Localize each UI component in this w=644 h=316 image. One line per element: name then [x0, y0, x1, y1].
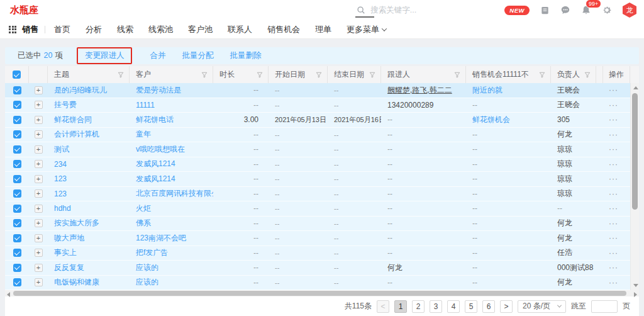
row-more-actions-button[interactable]: ···: [609, 174, 618, 183]
bulk-action-1[interactable]: 合并: [150, 50, 165, 61]
expand-row-button[interactable]: +: [35, 175, 43, 183]
page-button-1[interactable]: 1: [394, 300, 407, 313]
nav-tab-4[interactable]: 客户池: [188, 24, 213, 35]
scroll-left-arrow-icon[interactable]: [7, 292, 10, 297]
table-row: +123发威风1214----------琼琼···: [5, 172, 630, 187]
nav-tab-7[interactable]: 理单: [315, 24, 331, 35]
filter-icon[interactable]: [539, 72, 545, 78]
scroll-right-arrow-icon[interactable]: [634, 292, 637, 297]
customer-cell: 佛系: [130, 217, 213, 231]
expand-row-button[interactable]: +: [35, 189, 43, 198]
expand-row-button[interactable]: +: [35, 249, 43, 257]
chevron-down-icon: [382, 26, 387, 31]
expand-row-button[interactable]: +: [35, 160, 43, 168]
row-checkbox[interactable]: [13, 116, 21, 124]
next-page-button[interactable]: >: [500, 300, 513, 313]
horizontal-scroll-thumb[interactable]: [13, 291, 626, 296]
prev-page-button[interactable]: <: [377, 300, 389, 313]
vertical-scrollbar[interactable]: [630, 83, 639, 290]
row-more-actions-button[interactable]: ···: [609, 115, 618, 124]
expand-row-button[interactable]: +: [35, 205, 43, 213]
module-label[interactable]: 销售: [22, 24, 38, 35]
expand-row-button[interactable]: +: [35, 145, 43, 154]
row-checkbox[interactable]: [13, 219, 21, 227]
filter-icon[interactable]: [316, 72, 322, 78]
page-size-select[interactable]: 20 条/页: [518, 300, 566, 313]
global-search[interactable]: [357, 6, 504, 14]
select-all-checkbox[interactable]: [13, 71, 21, 79]
row-more-actions-button[interactable]: ···: [609, 234, 618, 242]
page-button-3[interactable]: 3: [430, 300, 442, 313]
expand-row-button[interactable]: +: [35, 116, 43, 124]
filter-icon[interactable]: [118, 72, 124, 78]
filter-icon[interactable]: [454, 72, 460, 78]
nav-more-menu[interactable]: 更多菜单: [347, 24, 386, 35]
row-expand-cell: +: [29, 83, 48, 98]
chat-icon[interactable]: [560, 5, 570, 15]
row-select-cell: [5, 172, 29, 186]
settings-gear-icon[interactable]: [602, 5, 612, 15]
row-more-actions-button[interactable]: ···: [609, 130, 618, 139]
bulk-action-3[interactable]: 批量删除: [230, 50, 261, 61]
page-button-2[interactable]: 2: [412, 300, 425, 313]
page-button-5[interactable]: 5: [465, 300, 477, 313]
row-checkbox[interactable]: [13, 101, 21, 109]
page-button-6[interactable]: 6: [482, 300, 495, 313]
row-checkbox[interactable]: [13, 264, 21, 272]
expand-row-button[interactable]: +: [35, 86, 43, 94]
horizontal-scrollbar[interactable]: [5, 290, 639, 296]
scroll-down-arrow-icon[interactable]: [633, 284, 638, 287]
expand-row-button[interactable]: +: [35, 130, 43, 138]
duration-cell: --: [213, 83, 269, 98]
filter-icon[interactable]: [584, 72, 591, 78]
row-checkbox[interactable]: [13, 86, 21, 94]
jump-page-input[interactable]: [591, 300, 618, 313]
opportunity-cell: --: [466, 217, 551, 231]
row-checkbox[interactable]: [13, 189, 21, 198]
row-checkbox[interactable]: [13, 205, 21, 213]
expand-row-button[interactable]: +: [35, 219, 43, 227]
bulk-action-2[interactable]: 批量分配: [182, 50, 213, 61]
nav-tab-0[interactable]: 首页: [54, 24, 70, 35]
row-more-actions-button[interactable]: ···: [609, 145, 618, 154]
header-label: 时长: [219, 69, 235, 80]
row-more-actions-button[interactable]: ···: [609, 204, 618, 213]
row-checkbox[interactable]: [13, 145, 21, 154]
nav-tab-2[interactable]: 线索: [117, 24, 133, 35]
row-more-actions-button[interactable]: ···: [609, 189, 618, 198]
scroll-up-arrow-icon[interactable]: [633, 86, 638, 89]
row-checkbox[interactable]: [13, 234, 21, 242]
row-more-actions-button[interactable]: ···: [609, 86, 618, 94]
row-checkbox[interactable]: [13, 175, 21, 183]
search-input[interactable]: [370, 6, 471, 14]
row-more-actions-button[interactable]: ···: [609, 249, 618, 257]
row-more-actions-button[interactable]: ···: [609, 160, 618, 169]
page-button-4[interactable]: 4: [447, 300, 460, 313]
bulk-action-0[interactable]: 变更跟进人: [77, 47, 133, 64]
notifications-bell-icon[interactable]: 99+: [581, 5, 591, 15]
filter-icon[interactable]: [257, 72, 263, 78]
expand-row-button[interactable]: +: [35, 278, 43, 286]
row-checkbox[interactable]: [13, 160, 21, 168]
row-checkbox[interactable]: [13, 249, 21, 257]
notes-icon[interactable]: [540, 6, 550, 15]
nav-tab-6[interactable]: 销售机会: [267, 24, 300, 35]
row-more-actions-button[interactable]: ···: [609, 219, 618, 228]
nav-tab-5[interactable]: 联系人: [228, 24, 252, 35]
filter-icon[interactable]: [369, 72, 375, 78]
nav-tab-3[interactable]: 线索池: [148, 24, 173, 35]
row-checkbox[interactable]: [13, 130, 21, 138]
row-more-actions-button[interactable]: ···: [609, 263, 618, 272]
start-date-cell: --: [269, 187, 328, 201]
filter-icon[interactable]: [201, 72, 208, 78]
expand-row-button[interactable]: +: [35, 234, 43, 242]
row-checkbox[interactable]: [13, 278, 21, 286]
nav-tab-1[interactable]: 分析: [86, 24, 102, 35]
row-more-actions-button[interactable]: ···: [609, 101, 618, 110]
expand-row-button[interactable]: +: [35, 264, 43, 272]
vertical-scroll-thumb[interactable]: [632, 93, 638, 210]
apps-grid-icon[interactable]: [9, 26, 16, 33]
row-more-actions-button[interactable]: ···: [609, 278, 618, 287]
avatar[interactable]: 龙: [623, 3, 636, 18]
expand-row-button[interactable]: +: [35, 101, 43, 109]
